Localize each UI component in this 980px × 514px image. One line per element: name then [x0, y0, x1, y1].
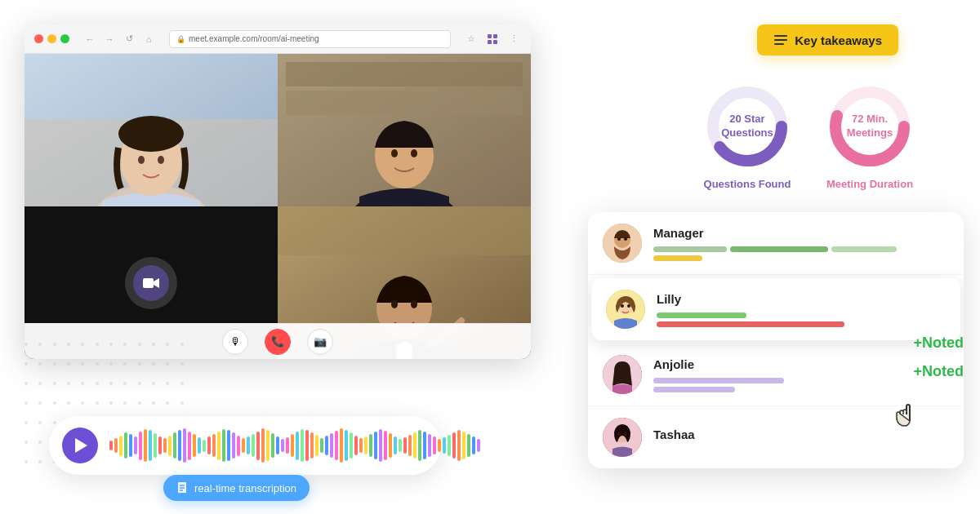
svg-point-46 — [617, 370, 621, 373]
wave-bar — [276, 436, 279, 454]
wave-bar — [281, 439, 284, 452]
pattern-dot — [67, 382, 70, 385]
transcription-badge[interactable]: real-time transcription — [163, 475, 310, 501]
address-bar[interactable]: 🔒 meet.example.com/room/ai-meeting — [169, 30, 451, 48]
pattern-dot — [138, 343, 141, 346]
svg-point-42 — [621, 304, 624, 308]
wave-bar — [443, 437, 446, 454]
camera-button[interactable]: 📷 — [307, 329, 333, 355]
refresh-button[interactable]: ↺ — [122, 32, 136, 47]
wave-bar — [394, 436, 397, 454]
dot-red[interactable] — [34, 34, 43, 43]
svg-rect-2 — [488, 40, 492, 44]
wave-bar — [144, 429, 147, 462]
noted-label-1: +Noted — [913, 335, 964, 352]
address-text: meet.example.com/room/ai-meeting — [189, 34, 319, 43]
avatar-manager — [603, 224, 642, 263]
svg-rect-21 — [278, 206, 531, 255]
svg-point-51 — [624, 432, 627, 436]
wave-bar — [247, 436, 250, 454]
svg-rect-1 — [493, 34, 497, 38]
dot-yellow[interactable] — [47, 34, 56, 43]
key-takeaways-button[interactable]: Key takeaways — [757, 24, 898, 55]
questions-caption: Questions Found — [704, 178, 791, 190]
duration-caption: Meeting Duration — [826, 178, 913, 190]
video-grid — [24, 54, 531, 359]
pattern-dot — [152, 362, 155, 366]
pattern-dot — [53, 362, 56, 366]
stat-duration: 72 Min.Meetings Meeting Duration — [825, 82, 915, 190]
pattern-dot — [123, 343, 127, 346]
pattern-dot — [24, 421, 28, 424]
donut-duration: 72 Min.Meetings — [825, 82, 915, 171]
wave-bar — [158, 436, 162, 454]
pattern-dot — [152, 401, 155, 405]
wave-bar — [203, 440, 206, 452]
extension-icon[interactable] — [485, 32, 500, 47]
wave-bar — [310, 432, 314, 459]
back-button[interactable]: ← — [82, 32, 97, 47]
end-call-button[interactable]: 📞 — [265, 329, 291, 355]
svg-point-43 — [627, 304, 630, 308]
video-off-indicator — [125, 257, 177, 309]
avatar-anjolie — [603, 355, 642, 394]
home-button[interactable]: ⌂ — [141, 32, 156, 47]
star-icon[interactable]: ☆ — [464, 32, 479, 47]
wave-bar — [354, 436, 358, 455]
bar — [653, 255, 702, 261]
svg-point-8 — [118, 116, 184, 152]
wave-bar — [261, 428, 265, 463]
wave-bar — [477, 439, 480, 452]
wave-bar — [462, 432, 466, 459]
play-button[interactable] — [62, 428, 98, 463]
dot-green[interactable] — [60, 34, 69, 43]
pattern-dot — [38, 382, 42, 385]
wave-bar — [154, 433, 157, 458]
svg-point-24 — [411, 300, 417, 308]
pattern-dot — [96, 401, 99, 405]
pattern-dot — [138, 401, 141, 405]
pattern-dot — [38, 401, 42, 405]
pattern-dot — [152, 343, 155, 346]
wave-bar — [413, 432, 416, 459]
svg-point-23 — [391, 300, 398, 308]
video-cell-2 — [278, 54, 531, 206]
wave-bar — [428, 434, 431, 457]
wave-bar — [232, 432, 235, 459]
wave-bar — [168, 436, 172, 456]
pattern-dot — [24, 362, 28, 366]
pattern-dot — [166, 382, 169, 385]
wave-bar — [359, 438, 363, 453]
donut-duration-label: 72 Min.Meetings — [825, 82, 915, 171]
cursor-hand — [890, 398, 916, 433]
wave-bar — [217, 432, 220, 460]
pattern-dot — [38, 441, 42, 444]
svg-point-50 — [617, 432, 621, 436]
pattern-dot — [38, 421, 42, 424]
pattern-dot — [123, 382, 127, 385]
pattern-dot — [166, 401, 169, 405]
wave-bar — [183, 428, 186, 463]
wave-bar — [134, 436, 137, 454]
mic-button[interactable]: 🎙 — [222, 329, 248, 355]
play-icon — [75, 438, 87, 453]
wave-bar — [271, 433, 274, 458]
menu-icon[interactable]: ⋮ — [506, 32, 521, 47]
wave-bar — [384, 431, 387, 460]
wave-bar — [369, 434, 372, 457]
audio-player — [49, 416, 441, 475]
lock-icon: 🔒 — [176, 35, 185, 43]
wave-bar — [305, 430, 309, 461]
svg-point-39 — [624, 237, 627, 241]
forward-button[interactable]: → — [102, 32, 117, 47]
wave-bar — [109, 441, 113, 450]
svg-point-17 — [391, 149, 398, 157]
pattern-dot — [123, 401, 127, 405]
participant-row-anjolie: Anjolie — [588, 343, 964, 406]
pattern-dot — [53, 382, 56, 385]
wave-bar — [325, 436, 328, 455]
pattern-dot — [81, 362, 84, 366]
wave-bar — [222, 429, 225, 462]
pattern-dot — [81, 382, 84, 385]
svg-point-10 — [158, 156, 164, 164]
